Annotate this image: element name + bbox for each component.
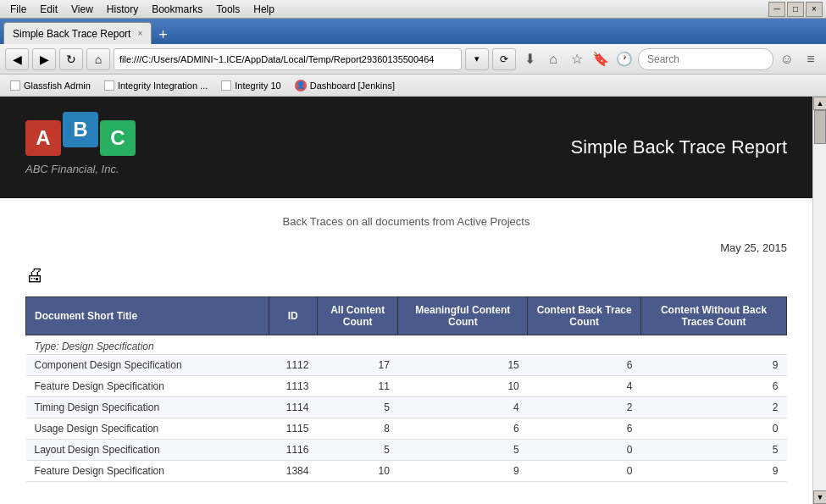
download-icon[interactable]: ⬇ <box>519 49 540 69</box>
page-content[interactable]: A B C ABC Financial, Inc. Simple Back Tr… <box>0 97 812 504</box>
logo-block-a: A <box>25 120 61 156</box>
col-header-all: All Content Count <box>317 297 398 335</box>
cell-meaningful: 10 <box>398 376 528 397</box>
restore-button[interactable]: □ <box>787 2 804 17</box>
cell-backtrace: 0 <box>528 440 641 461</box>
company-name: ABC Financial, Inc. <box>25 163 119 175</box>
data-table: Document Short Title ID All Content Coun… <box>25 296 787 482</box>
bookmark-label-dashboard: Dashboard [Jenkins] <box>310 80 395 91</box>
reload-button[interactable]: ↻ <box>59 48 83 70</box>
cell-without: 6 <box>641 376 787 397</box>
report-body: Back Traces on all documents from Active… <box>0 198 812 499</box>
cell-all: 11 <box>317 376 398 397</box>
report-header: A B C ABC Financial, Inc. Simple Back Tr… <box>0 97 812 198</box>
bookmark-integrity-integration[interactable]: Integrity Integration ... <box>99 79 213 92</box>
menu-view[interactable]: View <box>64 2 100 17</box>
back-button[interactable]: ◀ <box>5 48 29 70</box>
type-row: Type: Design Specification <box>26 335 787 355</box>
cell-meaningful: 6 <box>398 418 528 440</box>
scrollbar[interactable]: ▲ ▼ <box>812 97 826 504</box>
scroll-thumb[interactable] <box>814 110 826 144</box>
cell-all: 17 <box>317 355 398 376</box>
cell-backtrace: 6 <box>528 418 641 440</box>
bookmark-label-integrity10: Integrity 10 <box>235 80 280 91</box>
col-header-meaningful: Meaningful Content Count <box>398 297 528 335</box>
cell-id: 1116 <box>269 440 317 461</box>
cell-backtrace: 0 <box>528 461 641 482</box>
cell-id: 1384 <box>269 461 317 482</box>
bookmark-checkbox-integrity <box>104 80 114 91</box>
home-icon[interactable]: ⌂ <box>543 49 563 69</box>
bookmark-glassfish[interactable]: Glassfish Admin <box>5 79 96 92</box>
menu-tools[interactable]: Tools <box>209 2 247 17</box>
cell-all: 10 <box>317 461 398 482</box>
menu-help[interactable]: Help <box>247 2 281 17</box>
cell-backtrace: 4 <box>528 376 641 397</box>
smiley-icon[interactable]: ☺ <box>777 49 797 69</box>
scroll-track[interactable] <box>813 110 826 490</box>
col-header-backtrace: Content Back Trace Count <box>528 297 641 335</box>
scroll-up-button[interactable]: ▲ <box>813 97 826 110</box>
menu-bookmarks[interactable]: Bookmarks <box>145 2 209 17</box>
cell-meaningful: 9 <box>398 461 528 482</box>
table-row: Feature Design Specification 1113 11 10 … <box>26 376 787 397</box>
window-controls: ─ □ × <box>768 2 823 17</box>
cell-title: Timing Design Specification <box>26 397 269 418</box>
menu-icon[interactable]: ≡ <box>801 49 821 69</box>
table-row: Layout Design Specification 1116 5 5 0 5 <box>26 440 787 461</box>
nav-bar: ◀ ▶ ↻ ⌂ ▾ ⟳ ⬇ ⌂ ☆ 🔖 🕐 ☺ ≡ <box>0 44 826 75</box>
bookmark-checkbox-glassfish <box>10 80 20 91</box>
cell-meaningful: 4 <box>398 397 528 418</box>
scroll-down-button[interactable]: ▼ <box>813 490 826 504</box>
home-button[interactable]: ⌂ <box>86 48 110 70</box>
col-header-id: ID <box>269 297 317 335</box>
cell-without: 9 <box>641 355 787 376</box>
menu-history[interactable]: History <box>100 2 145 17</box>
star-icon[interactable]: ☆ <box>567 49 587 69</box>
bookmark-dashboard[interactable]: 👤 Dashboard [Jenkins] <box>290 78 400 93</box>
bookmark-label-integrity: Integrity Integration ... <box>118 80 208 91</box>
cell-title: Feature Design Specification <box>26 376 269 397</box>
bookmark-integrity10[interactable]: Integrity 10 <box>216 79 285 92</box>
go-button[interactable]: ▾ <box>465 48 489 70</box>
forward-button[interactable]: ▶ <box>32 48 56 70</box>
bookmark-avatar-dashboard: 👤 <box>295 80 307 91</box>
report-date: May 25, 2015 <box>25 241 787 254</box>
col-header-without: Content Without Back Traces Count <box>641 297 787 335</box>
cell-without: 9 <box>641 461 787 482</box>
active-tab[interactable]: Simple Back Trace Report × <box>3 22 152 44</box>
url-bar[interactable] <box>114 48 462 70</box>
cell-title: Layout Design Specification <box>26 440 269 461</box>
history-icon[interactable]: 🕐 <box>614 49 635 69</box>
cell-without: 5 <box>641 440 787 461</box>
cell-all: 5 <box>317 397 398 418</box>
cell-without: 2 <box>641 397 787 418</box>
table-row: Component Design Specification 1112 17 1… <box>26 355 787 376</box>
tab-close-icon[interactable]: × <box>137 29 142 38</box>
bookmark-label-glassfish: Glassfish Admin <box>24 80 91 91</box>
menu-file[interactable]: File <box>3 2 33 17</box>
close-button[interactable]: × <box>806 2 823 17</box>
cell-all: 8 <box>317 418 398 440</box>
report-icon: 🖨 <box>25 264 787 286</box>
refresh-icon[interactable]: ⟳ <box>492 48 516 70</box>
cell-title: Usage Design Specification <box>26 418 269 440</box>
cell-id: 1112 <box>269 355 317 376</box>
cell-meaningful: 15 <box>398 355 528 376</box>
bookmarks-bar: Glassfish Admin Integrity Integration ..… <box>0 75 826 97</box>
logo-block-b: B <box>63 112 98 147</box>
table-row: Feature Design Specification 1384 10 9 0… <box>26 461 787 482</box>
new-tab-button[interactable]: + <box>152 26 175 44</box>
logo-blocks: A B C <box>25 120 136 156</box>
cell-without: 0 <box>641 418 787 440</box>
menu-edit[interactable]: Edit <box>33 2 64 17</box>
minimize-button[interactable]: ─ <box>768 2 785 17</box>
search-input[interactable] <box>638 48 773 70</box>
title-bar: Simple Back Trace Report × + <box>0 19 826 44</box>
browser-content: A B C ABC Financial, Inc. Simple Back Tr… <box>0 97 826 504</box>
report-title: Simple Back Trace Report <box>570 136 787 158</box>
table-row: Usage Design Specification 1115 8 6 6 0 <box>26 418 787 440</box>
bookmark-icon[interactable]: 🔖 <box>590 49 611 69</box>
cell-id: 1115 <box>269 418 317 440</box>
cell-meaningful: 5 <box>398 440 528 461</box>
